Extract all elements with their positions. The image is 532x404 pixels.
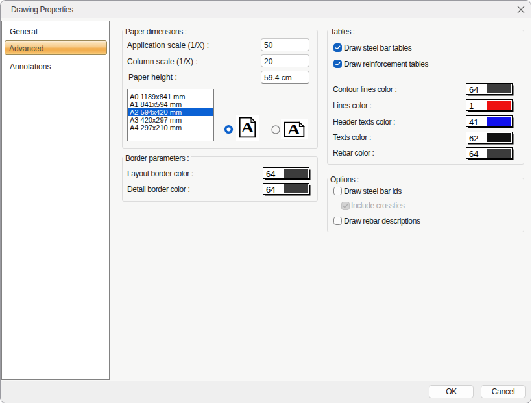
svg-text:A: A [287,121,300,137]
svg-text:A: A [241,119,254,136]
